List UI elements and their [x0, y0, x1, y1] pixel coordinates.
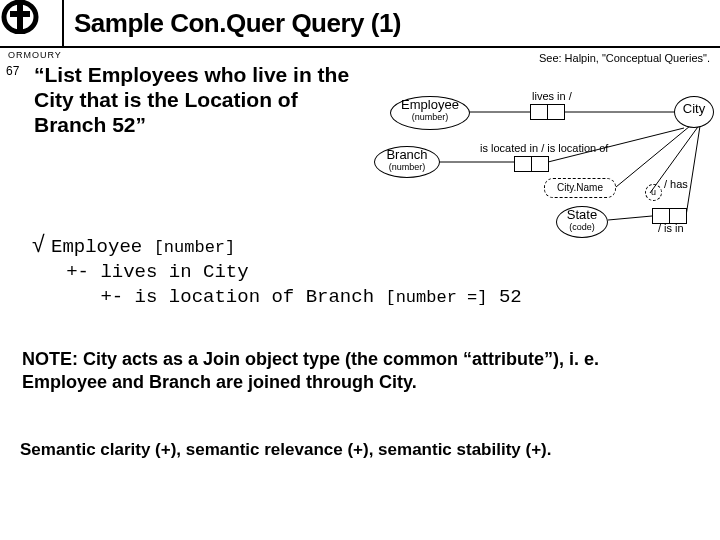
role-label: lives in /: [532, 90, 572, 102]
query-ref: [number]: [154, 238, 236, 257]
role-label: / is in: [658, 222, 684, 234]
query-line: +- is location of Branch: [32, 286, 385, 308]
entity-label: Employee: [391, 97, 469, 112]
uniqueness-marker: u: [645, 184, 662, 201]
entity-ref: (code): [557, 222, 607, 232]
svg-rect-2: [10, 11, 30, 17]
footer-text: Semantic clarity (+), semantic relevance…: [20, 440, 551, 460]
entity-ref: (number): [375, 162, 439, 172]
page-number: 67: [6, 64, 19, 78]
query-tree: √ Employee [number] +- lives in City +- …: [32, 230, 522, 309]
entity-label: Branch: [375, 147, 439, 162]
entity-label: City: [675, 101, 713, 116]
slide-title: Sample Con.Quer Query (1): [64, 8, 401, 39]
value-cityname: City.Name: [544, 178, 616, 198]
logo: [0, 0, 64, 46]
query-line: Employee: [51, 236, 154, 258]
orm-diagram: Employee (number) Branch (number) City S…: [360, 90, 712, 230]
role-label: / has: [664, 178, 688, 190]
svg-line-8: [608, 216, 652, 220]
query-value: 52: [488, 286, 522, 308]
query-ref: [number =]: [385, 288, 487, 307]
role-box: [530, 104, 565, 120]
role-box: [514, 156, 549, 172]
entity-ref: (number): [391, 112, 469, 122]
note-text: NOTE: City acts as a Join object type (t…: [22, 348, 682, 395]
checkmark-icon: √: [32, 231, 51, 257]
entity-branch: Branch (number): [374, 146, 440, 178]
reference-text: See: Halpin, "Conceptual Queries".: [539, 52, 710, 64]
svg-line-9: [686, 126, 700, 216]
entity-city: City: [674, 96, 714, 128]
header-bar: Sample Con.Quer Query (1): [0, 0, 720, 48]
entity-label: State: [557, 207, 607, 222]
query-description: “List Employees who live in the City tha…: [34, 62, 364, 138]
query-line: +- lives in City: [32, 261, 249, 283]
role-label: is located in / is location of: [480, 142, 608, 154]
entity-employee: Employee (number): [390, 96, 470, 130]
entity-state: State (code): [556, 206, 608, 238]
